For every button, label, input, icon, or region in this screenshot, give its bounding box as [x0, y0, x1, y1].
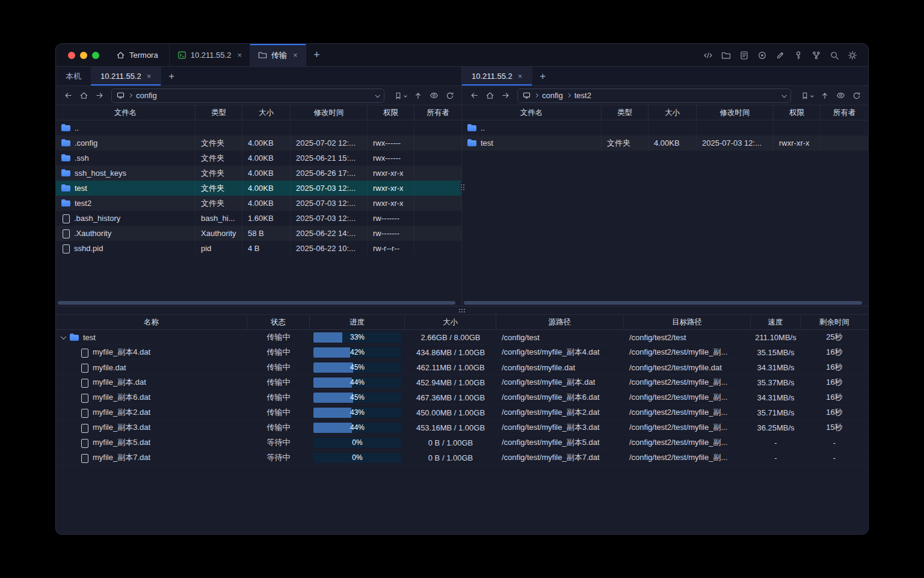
forward-icon[interactable]: [498, 89, 513, 103]
refresh-button[interactable]: [443, 89, 457, 103]
column-header[interactable]: 权限: [774, 105, 821, 120]
close-icon[interactable]: ×: [293, 51, 298, 60]
show-hidden-button[interactable]: [834, 89, 848, 103]
new-pane-tab-button[interactable]: +: [532, 67, 553, 85]
column-header[interactable]: 名称: [56, 315, 247, 329]
column-header[interactable]: 所有者: [821, 105, 868, 120]
show-hidden-button[interactable]: [427, 89, 441, 103]
splitter-handle[interactable]: [459, 309, 465, 312]
file-row[interactable]: .ssh 文件夹 4.00KB 2025-06-21 15:... rwx---…: [56, 151, 461, 166]
file-row[interactable]: test2 文件夹 4.00KB 2025-07-03 12:... rwxr-…: [56, 196, 461, 211]
file-row-selected[interactable]: test 文件夹 4.00KB 2025-07-03 12:... rwxr-x…: [56, 181, 461, 196]
left-horizontal-scrollbar[interactable]: [56, 300, 461, 306]
transfer-row[interactable]: myfile_副本2.dat 传输中 43% 450.00MB / 1.00GB…: [56, 405, 868, 420]
branch-icon[interactable]: [808, 48, 824, 63]
file-row[interactable]: .bash_history bash_hi... 1.60KB 2025-07-…: [56, 211, 461, 226]
file-row[interactable]: ..: [56, 120, 461, 135]
column-header[interactable]: 所有者: [414, 105, 461, 120]
column-header[interactable]: 剩余时间: [801, 315, 868, 329]
transfer-row[interactable]: myfile_副本6.dat 传输中 45% 467.36MB / 1.00GB…: [56, 390, 868, 405]
transfer-size: 452.94MB / 1.00GB: [405, 375, 496, 390]
maximize-window-button[interactable]: [92, 52, 99, 59]
log-icon[interactable]: [736, 48, 751, 63]
transfer-row[interactable]: myfile_副本4.dat 传输中 42% 434.86MB / 1.00GB…: [56, 345, 868, 360]
file-row[interactable]: ..: [462, 120, 868, 135]
file-row[interactable]: test 文件夹 4.00KB 2025-07-03 12:... rwxr-x…: [462, 135, 868, 151]
transfer-row[interactable]: test 传输中 33% 2.66GB / 8.00GB /config/tes…: [56, 330, 868, 345]
back-icon[interactable]: [61, 89, 75, 103]
titlebar-tab-host[interactable]: 10.211.55.2 ×: [169, 44, 250, 66]
search-icon[interactable]: [827, 48, 842, 63]
edit-icon[interactable]: [772, 48, 787, 63]
close-icon[interactable]: ×: [237, 51, 242, 60]
new-pane-tab-button[interactable]: +: [161, 67, 182, 85]
breadcrumb-segment[interactable]: config: [136, 91, 157, 100]
refresh-button[interactable]: [850, 89, 863, 103]
file-row[interactable]: ssh_host_keys 文件夹 4.00KB 2025-06-26 17:.…: [56, 166, 461, 181]
column-header[interactable]: 类型: [602, 105, 648, 120]
transfer-row[interactable]: myfile.dat 传输中 45% 462.11MB / 1.00GB /co…: [56, 360, 868, 375]
scrollbar-thumb[interactable]: [58, 301, 455, 305]
settings-icon[interactable]: [845, 48, 860, 63]
transfer-row[interactable]: myfile_副本5.dat 等待中 0% 0 B / 1.00GB /conf…: [56, 435, 868, 450]
tab-remote-host[interactable]: 10.211.55.2 ×: [91, 67, 161, 85]
close-icon[interactable]: ×: [518, 72, 523, 81]
bookmark-button[interactable]: [798, 89, 816, 103]
column-header[interactable]: 类型: [196, 105, 242, 120]
column-header[interactable]: 大小: [648, 105, 697, 120]
breadcrumb-segment[interactable]: test2: [574, 91, 591, 100]
chevron-down-icon[interactable]: [375, 93, 380, 98]
tab-label: 10.211.55.2: [191, 51, 232, 60]
column-header[interactable]: 大小: [405, 315, 496, 329]
file-row[interactable]: .config 文件夹 4.00KB 2025-07-02 12:... rwx…: [56, 135, 461, 151]
upload-button[interactable]: [411, 89, 425, 103]
column-header[interactable]: 文件名: [462, 105, 602, 120]
app-home[interactable]: Termora: [109, 44, 169, 66]
folder-icon[interactable]: [718, 48, 733, 63]
chevron-down-icon[interactable]: [781, 93, 786, 98]
right-horizontal-scrollbar[interactable]: [462, 300, 868, 306]
file-perm: [774, 120, 821, 135]
new-tab-button[interactable]: +: [306, 44, 328, 66]
code-icon[interactable]: [700, 48, 715, 63]
scrollbar-thumb[interactable]: [464, 301, 862, 305]
key-icon[interactable]: [790, 48, 805, 63]
file-row[interactable]: sshd.pid pid 4 B 2025-06-22 10:... rw-r-…: [56, 241, 461, 256]
tab-local[interactable]: 本机: [56, 67, 91, 85]
back-icon[interactable]: [467, 89, 481, 103]
chevron-down-icon[interactable]: [61, 334, 67, 340]
forward-icon[interactable]: [92, 89, 106, 103]
close-icon[interactable]: ×: [147, 72, 152, 81]
transfer-row[interactable]: myfile_副本3.dat 传输中 44% 453.16MB / 1.00GB…: [56, 420, 868, 435]
file-row[interactable]: .Xauthority Xauthority 58 B 2025-06-22 1…: [56, 226, 461, 241]
path-breadcrumb[interactable]: config test2: [517, 89, 791, 103]
breadcrumb-segment[interactable]: config: [542, 91, 563, 100]
column-header[interactable]: 修改时间: [697, 105, 774, 120]
column-header[interactable]: 源路径: [496, 315, 624, 329]
path-breadcrumb[interactable]: config: [111, 89, 384, 103]
app-window: Termora 10.211.55.2 × 传输 × +: [55, 43, 869, 535]
transfer-row[interactable]: myfile_副本7.dat 等待中 0% 0 B / 1.00GB /conf…: [56, 450, 868, 465]
transfer-source: /config/test/myfile_副本6.dat: [496, 390, 624, 405]
upload-button[interactable]: [818, 89, 831, 103]
progress-label: 43%: [313, 408, 401, 418]
column-header[interactable]: 目标路径: [624, 315, 751, 329]
record-icon[interactable]: [754, 48, 769, 63]
home-icon[interactable]: [76, 89, 91, 103]
close-window-button[interactable]: [68, 52, 75, 59]
minimize-window-button[interactable]: [80, 52, 87, 59]
bookmark-button[interactable]: [392, 89, 409, 103]
vertical-splitter-handle[interactable]: [460, 183, 465, 191]
column-header[interactable]: 文件名: [56, 105, 196, 120]
column-header[interactable]: 状态: [247, 315, 310, 329]
column-header[interactable]: 大小: [242, 105, 291, 120]
column-header[interactable]: 速度: [751, 315, 801, 329]
tab-remote-host[interactable]: 10.211.55.2 ×: [462, 67, 532, 85]
column-header[interactable]: 进度: [310, 315, 405, 329]
column-header[interactable]: 修改时间: [291, 105, 368, 120]
column-header[interactable]: 权限: [368, 105, 414, 120]
transfer-row[interactable]: myfile_副本.dat 传输中 44% 452.94MB / 1.00GB …: [56, 375, 868, 390]
home-icon[interactable]: [482, 89, 497, 103]
horizontal-splitter[interactable]: [56, 306, 868, 315]
titlebar-tab-transfer[interactable]: 传输 ×: [250, 44, 306, 66]
